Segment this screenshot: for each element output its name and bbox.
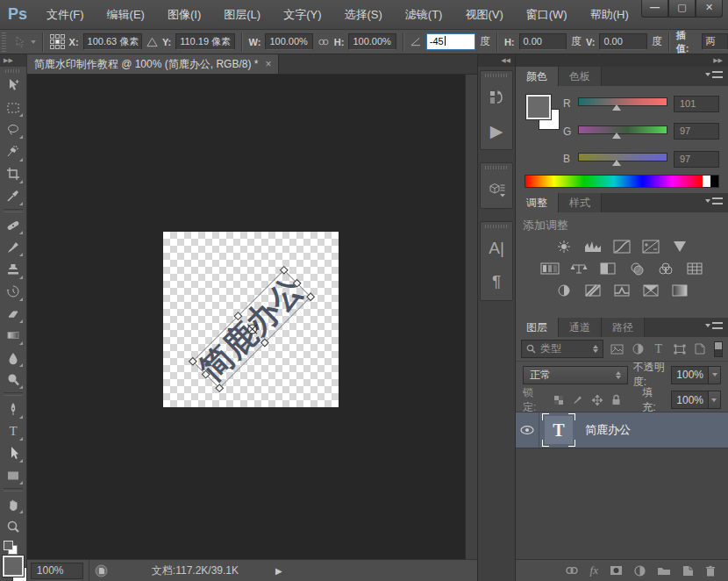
green-slider-thumb[interactable] xyxy=(612,133,621,139)
filter-type-layers-icon[interactable]: T xyxy=(651,341,666,357)
rotation-angle-input[interactable]: -45 xyxy=(426,33,475,50)
actions-panel-icon[interactable]: ▶ xyxy=(483,118,510,144)
gradient-tool[interactable] xyxy=(2,325,25,347)
red-value-input[interactable]: 101 xyxy=(674,96,719,112)
status-menu-arrow-icon[interactable]: ▶ xyxy=(275,566,282,576)
menu-view[interactable]: 视图(V) xyxy=(453,0,514,29)
tab-swatches[interactable]: 色板 xyxy=(559,67,602,86)
posterize-icon[interactable] xyxy=(582,283,603,298)
lock-transparency-icon[interactable] xyxy=(552,393,566,407)
color-balance-icon[interactable] xyxy=(568,261,589,276)
red-slider[interactable] xyxy=(578,97,667,111)
spectrum-ramp[interactable] xyxy=(525,176,703,187)
brush-tool[interactable] xyxy=(2,236,25,258)
photo-filter-icon[interactable] xyxy=(626,261,647,276)
menu-image[interactable]: 图像(I) xyxy=(156,0,212,29)
relative-position-toggle-icon[interactable] xyxy=(146,37,158,47)
selective-color-icon[interactable] xyxy=(669,283,690,298)
y-position-input[interactable]: 110.19 像素 xyxy=(175,33,234,50)
toolbar-grip[interactable] xyxy=(5,69,21,73)
menu-layer[interactable]: 图层(L) xyxy=(212,0,272,29)
tab-styles[interactable]: 样式 xyxy=(559,193,602,212)
lock-position-icon[interactable] xyxy=(590,393,604,407)
height-scale-input[interactable]: 100.00% xyxy=(348,33,396,50)
width-scale-input[interactable]: 100.00% xyxy=(265,33,312,50)
link-dimensions-icon[interactable] xyxy=(318,38,330,47)
blend-mode-select[interactable]: 正常 xyxy=(523,366,628,384)
gradient-map-icon[interactable] xyxy=(640,283,661,298)
panel-expand-button[interactable]: ▶▶ xyxy=(516,54,728,67)
blue-slider-thumb[interactable] xyxy=(612,160,621,166)
foreground-color-swatch[interactable] xyxy=(526,95,551,119)
clone-stamp-tool[interactable] xyxy=(2,258,25,280)
panel-grip[interactable] xyxy=(485,74,508,77)
new-layer-icon[interactable] xyxy=(682,565,694,577)
vertical-scrollbar[interactable] xyxy=(465,75,477,559)
blue-value-input[interactable]: 97 xyxy=(674,151,719,168)
layer-row-selected[interactable]: T 简鹿办公 xyxy=(516,412,728,448)
color-lookup-icon[interactable] xyxy=(684,261,705,276)
exposure-icon[interactable] xyxy=(640,239,661,254)
spectrum-white-swatch[interactable] xyxy=(703,176,710,187)
levels-icon[interactable] xyxy=(582,239,603,254)
layer-filter-type-select[interactable]: 类型 xyxy=(521,340,603,358)
status-doc-icon[interactable] xyxy=(95,564,108,577)
filter-pixel-layers-icon[interactable] xyxy=(610,341,625,357)
history-panel-icon[interactable] xyxy=(483,84,510,111)
transform-bounding-box[interactable]: 简鹿办公 xyxy=(192,269,311,389)
path-selection-tool[interactable] xyxy=(2,442,25,464)
filter-smart-objects-icon[interactable] xyxy=(693,341,708,357)
lock-paint-icon[interactable] xyxy=(571,393,585,407)
eyedropper-tool[interactable] xyxy=(2,185,25,207)
layer-filter-toggle[interactable] xyxy=(714,341,723,357)
brightness-contrast-icon[interactable] xyxy=(553,239,575,254)
add-adjustment-layer-icon[interactable] xyxy=(634,565,646,577)
zoom-level-input[interactable]: 100% xyxy=(31,563,83,579)
layer-name[interactable]: 简鹿办公 xyxy=(585,422,631,438)
close-button[interactable]: ✕ xyxy=(696,0,723,18)
red-slider-thumb[interactable] xyxy=(612,104,621,111)
blue-slider[interactable] xyxy=(578,152,667,166)
history-brush-tool[interactable] xyxy=(2,281,25,303)
document-tab[interactable]: 简鹿水印制作教程 @ 100% (简鹿办公, RGB/8) * × xyxy=(27,54,280,74)
panel-menu-icon[interactable] xyxy=(705,71,723,78)
healing-brush-tool[interactable] xyxy=(2,214,25,236)
menu-file[interactable]: 文件(F) xyxy=(35,0,96,29)
quick-selection-tool[interactable] xyxy=(2,140,25,162)
tab-adjustments[interactable]: 调整 xyxy=(516,193,559,212)
menu-window[interactable]: 窗口(W) xyxy=(515,0,579,29)
menu-help[interactable]: 帮助(H) xyxy=(579,0,640,29)
properties-panel-icon[interactable] xyxy=(483,176,510,203)
color-spectrum-bar[interactable] xyxy=(525,175,719,188)
maximize-button[interactable]: ▢ xyxy=(668,0,696,18)
minimize-button[interactable]: — xyxy=(641,0,668,18)
curves-icon[interactable] xyxy=(611,239,632,254)
dodge-tool[interactable] xyxy=(2,369,25,391)
rectangular-marquee-tool[interactable] xyxy=(2,97,25,118)
delete-layer-icon[interactable] xyxy=(705,565,716,577)
green-value-input[interactable]: 97 xyxy=(674,123,719,140)
blur-tool[interactable] xyxy=(2,347,25,369)
rectangle-tool[interactable] xyxy=(2,464,25,486)
menu-edit[interactable]: 编辑(E) xyxy=(96,0,156,29)
tab-color[interactable]: 颜色 xyxy=(516,67,559,86)
options-grip[interactable] xyxy=(2,32,6,52)
fill-dropdown[interactable]: 100% xyxy=(671,391,721,409)
filter-adjustment-layers-icon[interactable] xyxy=(631,341,646,357)
character-panel-icon[interactable]: A| xyxy=(483,235,510,262)
x-position-input[interactable]: 100.63 像素 xyxy=(83,33,142,50)
new-group-icon[interactable] xyxy=(657,565,671,576)
toolbar-collapse-button[interactable]: ▶▶ xyxy=(0,54,26,67)
layer-style-fx-icon[interactable]: fx xyxy=(590,563,598,577)
default-colors-control[interactable] xyxy=(3,540,24,554)
green-slider[interactable] xyxy=(578,125,667,139)
menu-select[interactable]: 选择(S) xyxy=(332,0,393,29)
panel-menu-icon[interactable] xyxy=(705,322,723,329)
vibrance-icon[interactable] xyxy=(669,239,690,254)
hand-tool[interactable] xyxy=(2,493,25,515)
black-white-icon[interactable] xyxy=(597,261,618,276)
panel-menu-icon[interactable] xyxy=(705,197,723,204)
tool-preset-picker[interactable] xyxy=(12,34,36,50)
document-canvas[interactable]: 简鹿办公 xyxy=(163,232,339,407)
layer-thumbnail[interactable]: T xyxy=(541,412,576,448)
